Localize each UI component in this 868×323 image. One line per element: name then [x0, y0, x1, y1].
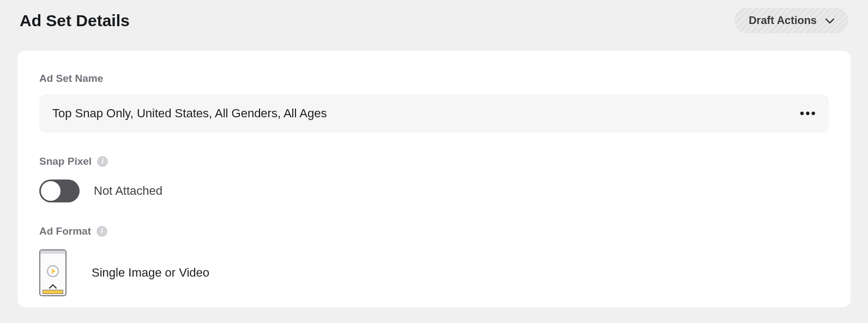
snap-pixel-label: Snap Pixel	[39, 155, 92, 168]
ad-set-name-label-row: Ad Set Name	[39, 73, 829, 85]
info-icon[interactable]: i	[97, 156, 108, 167]
chevron-up-icon	[49, 284, 57, 289]
ad-format-thumbnail-icon	[39, 249, 67, 296]
ad-set-name-input[interactable]	[39, 94, 829, 133]
ad-set-name-field-wrap: •••	[39, 94, 829, 133]
snap-pixel-toggle-row: Not Attached	[39, 180, 829, 202]
ad-format-row: Single Image or Video	[39, 249, 829, 296]
ad-set-card: Ad Set Name ••• Snap Pixel i Not Attache…	[17, 51, 851, 307]
snap-pixel-status: Not Attached	[94, 184, 162, 198]
ad-format-label-row: Ad Format i	[39, 225, 829, 237]
snap-pixel-label-row: Snap Pixel i	[39, 155, 829, 168]
info-icon[interactable]: i	[97, 226, 107, 237]
ad-format-value: Single Image or Video	[92, 266, 209, 280]
draft-actions-label: Draft Actions	[749, 14, 817, 27]
ad-format-label: Ad Format	[39, 225, 91, 237]
more-options-icon[interactable]: •••	[800, 106, 817, 121]
draft-actions-button[interactable]: Draft Actions	[734, 8, 848, 33]
page-header: Ad Set Details Draft Actions	[0, 0, 868, 41]
play-icon	[47, 265, 59, 277]
snap-pixel-toggle[interactable]	[39, 180, 80, 202]
toggle-knob	[41, 181, 61, 201]
page-title: Ad Set Details	[20, 11, 130, 30]
chevron-down-icon	[825, 14, 834, 27]
ad-set-name-label: Ad Set Name	[39, 73, 103, 85]
